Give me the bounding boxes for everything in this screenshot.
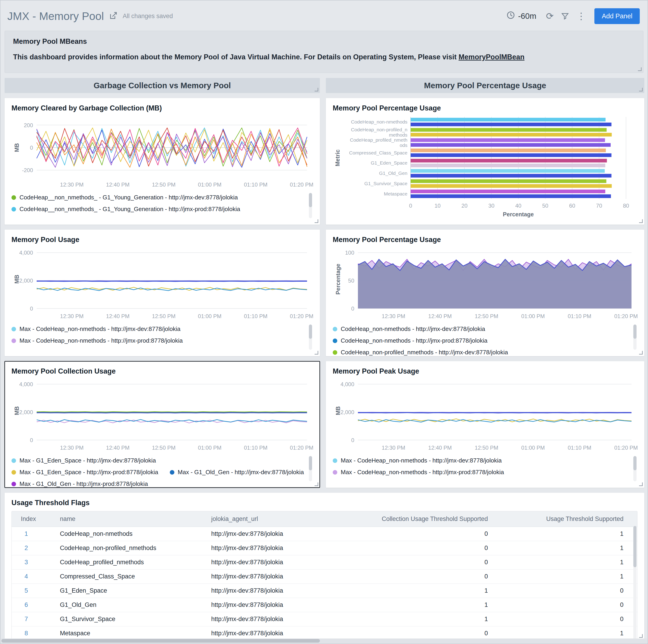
resize-handle[interactable] (639, 351, 643, 355)
table-row[interactable]: 8Metaspacehttp://jmx-dev:8778/jolokia01 (12, 626, 637, 640)
add-panel-button[interactable]: Add Panel (594, 8, 640, 24)
horizontal-scrollbar[interactable] (1, 639, 647, 643)
svg-text:0: 0 (351, 306, 354, 312)
legend-dot (333, 459, 337, 463)
panel-title: Memory Pool Collection Usage (11, 367, 313, 375)
svg-text:30: 30 (488, 203, 494, 209)
panel-grid: Garbage Collection vs Memory Pool Memory… (0, 73, 648, 639)
refresh-button[interactable]: ⟳ (542, 11, 557, 20)
table-cell: http://jmx-dev:8778/jolokia (205, 598, 326, 612)
panel-peak-usage: Memory Pool Peak Usage 02,0004,00012:30 … (326, 361, 644, 488)
svg-text:12:40 PM: 12:40 PM (428, 313, 452, 319)
column-header[interactable]: Index (12, 511, 54, 527)
more-menu-button[interactable]: ⋮ (573, 11, 589, 20)
time-range-button[interactable]: -60m (506, 10, 536, 21)
svg-text:MB: MB (335, 406, 341, 415)
column-header[interactable]: name (54, 511, 205, 527)
text-panel: Memory Pool MBeans This dashboard provid… (5, 31, 643, 73)
resize-handle[interactable] (638, 67, 642, 71)
legend-scrollbar[interactable] (309, 193, 312, 218)
resize-handle[interactable] (639, 219, 643, 223)
legend-label: Max - CodeHeap_non-nmethods - http://jmx… (19, 325, 180, 332)
legend-item[interactable]: Max - G1_Old_Gen - http://jmx-prod:8778/… (11, 480, 148, 487)
svg-text:0: 0 (409, 203, 412, 209)
svg-text:01:00 PM: 01:00 PM (521, 445, 545, 451)
resize-handle[interactable] (315, 351, 318, 355)
filter-button[interactable] (557, 12, 573, 20)
table-row[interactable]: 1CodeHeap_non-nmethodshttp://jmx-dev:877… (12, 527, 637, 541)
table-row[interactable]: 6G1_Old_Genhttp://jmx-dev:8778/jolokia10 (12, 598, 637, 612)
collection-usage-chart[interactable]: 02,0004,00012:30 PM12:40 PM12:50 PM01:00… (11, 378, 313, 452)
legend-item[interactable]: CodeHeap__non_nmethods_ - G1_Young_Gener… (11, 206, 240, 213)
legend-scrollbar[interactable] (633, 325, 637, 350)
edit-icon[interactable] (109, 11, 117, 21)
table-cell: http://jmx-dev:8778/jolokia (205, 626, 326, 640)
legend-dot (333, 350, 337, 355)
svg-text:12:50 PM: 12:50 PM (475, 445, 498, 451)
svg-text:01:20 PM: 01:20 PM (290, 313, 313, 319)
legend-dot (170, 470, 174, 475)
panel-title: Memory Pool Usage (11, 235, 313, 244)
resize-handle[interactable] (639, 88, 643, 92)
legend-label: CodeHeap_non-nmethods - http://jmx-prod:… (341, 337, 487, 344)
table-row[interactable]: 3CodeHeap_profiled_nmethodshttp://jmx-de… (12, 555, 637, 570)
table-cell: 0 (501, 584, 637, 598)
resize-handle[interactable] (315, 482, 318, 486)
table-cell: http://jmx-dev:8778/jolokia (205, 541, 326, 555)
legend-scrollbar[interactable] (633, 456, 637, 481)
table-row[interactable]: 7G1_Survivor_Spacehttp://jmx-dev:8778/jo… (12, 612, 637, 626)
legend-item[interactable]: CodeHeap_non-nmethods - http://jmx-dev:8… (333, 325, 485, 332)
legend-item[interactable]: Max - G1_Old_Gen - http://jmx-dev:8778/j… (170, 469, 304, 476)
resize-handle[interactable] (315, 219, 318, 223)
svg-text:12:50 PM: 12:50 PM (152, 445, 175, 451)
column-header[interactable]: Usage Threshold Supported (501, 511, 637, 527)
legend-label: Max - CodeHeap_non-nmethods - http://jmx… (19, 337, 183, 344)
legend-item[interactable]: CodeHeap__non_nmethods_ - G1_Young_Gener… (11, 194, 238, 201)
legend-scrollbar[interactable] (309, 456, 312, 481)
legend-item[interactable]: Max - G1_Eden_Space - http://jmx-dev:877… (11, 457, 156, 464)
section-header-pct-usage[interactable]: Memory Pool Percentage Usage (326, 78, 644, 93)
column-header[interactable]: jolokia_agent_url (205, 511, 326, 527)
column-header[interactable]: Collection Usage Threshold Supported (326, 511, 502, 527)
svg-text:CodeHeap_non-profiled_n: CodeHeap_non-profiled_n (351, 127, 408, 132)
legend-item[interactable]: Max - CodeHeap_non-nmethods - http://jmx… (11, 337, 183, 344)
resize-handle[interactable] (639, 634, 643, 638)
horizontal-scrollbar-thumb[interactable] (1, 639, 320, 643)
legend-item[interactable]: Max - CodeHeap_non-nmethods - http://jmx… (333, 457, 501, 464)
legend-label: Max - G1_Eden_Space - http://jmx-prod:87… (19, 469, 158, 476)
legend-dot (333, 338, 337, 343)
gc-cleared-chart[interactable]: 2000-20012:30 PM12:40 PM12:50 PM01:00 PM… (11, 115, 313, 189)
resize-handle[interactable] (315, 88, 318, 92)
legend-item[interactable]: CodeHeap_non-nmethods - http://jmx-prod:… (333, 337, 487, 344)
pct-usage-area-chart[interactable]: 05010012:30 PM12:40 PM12:50 PM01:00 PM01… (333, 246, 638, 321)
table-cell: 4 (12, 570, 54, 584)
resize-handle[interactable] (639, 482, 643, 486)
legend-dot (11, 459, 16, 463)
panel-pool-usage: Memory Pool Usage 02,0004,00012:30 PM12:… (5, 230, 320, 356)
svg-text:12:40 PM: 12:40 PM (106, 445, 130, 451)
table-row[interactable]: 5G1_Eden_Spacehttp://jmx-dev:8778/joloki… (12, 584, 637, 598)
table-row[interactable]: 4Compressed_Class_Spacehttp://jmx-dev:87… (12, 570, 637, 584)
section-header-gc-vs-pool[interactable]: Garbage Collection vs Memory Pool (5, 78, 320, 93)
svg-text:01:00 PM: 01:00 PM (198, 313, 222, 319)
svg-text:MB: MB (13, 143, 20, 152)
table-cell: 0 (326, 527, 502, 541)
legend-item[interactable]: CodeHeap_non-profiled_nmethods - http://… (333, 349, 508, 356)
pct-usage-bar-chart[interactable]: 01020304050607080PercentageMetricCodeHea… (333, 115, 638, 220)
memory-pool-mbean-link[interactable]: MemoryPoolMBean (458, 53, 525, 61)
svg-text:methods: methods (389, 132, 408, 138)
usage-legend: Max - CodeHeap_non-nmethods - http://jmx… (11, 322, 306, 344)
table-cell: http://jmx-dev:8778/jolokia (205, 612, 326, 626)
legend-item[interactable]: Max - G1_Eden_Space - http://jmx-prod:87… (11, 469, 158, 476)
legend-item[interactable]: Max - CodeHeap_non-nmethods - http://jmx… (11, 325, 180, 332)
pool-usage-chart[interactable]: 02,0004,00012:30 PM12:40 PM12:50 PM01:00… (11, 246, 313, 321)
peak-usage-chart[interactable]: 02,0004,00012:30 PM12:40 PM12:50 PM01:00… (333, 378, 638, 452)
table-row[interactable]: 2CodeHeap_non-profiled_nmethodshttp://jm… (12, 541, 637, 555)
legend-scrollbar[interactable] (309, 325, 312, 350)
table-cell: G1_Eden_Space (54, 584, 205, 598)
table-scrollbar[interactable] (633, 526, 637, 639)
svg-text:01:10 PM: 01:10 PM (244, 445, 267, 451)
legend-item[interactable]: Max - CodeHeap_non-nmethods - http://jmx… (333, 469, 504, 476)
kebab-icon: ⋮ (577, 11, 586, 21)
legend-dot (11, 338, 16, 343)
